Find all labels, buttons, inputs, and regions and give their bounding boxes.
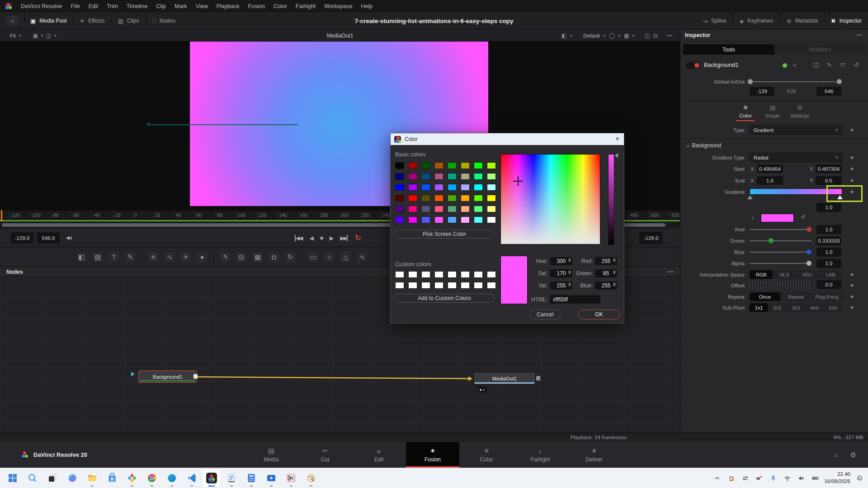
menu-item-edit[interactable]: Edit [89,3,99,9]
single-view-icon[interactable]: ◫ [645,33,650,39]
media-in-tool-icon[interactable]: ◘ [269,252,279,262]
fastnoise-tool-icon[interactable]: ▨ [93,252,103,262]
taskbar-edge-icon[interactable] [163,469,181,487]
playhead[interactable] [1,210,2,221]
hidden-icons-icon[interactable] [712,473,722,483]
pick-screen-color-button[interactable]: Pick Screen Color [394,230,495,239]
tray-mixer-icon[interactable] [740,473,750,483]
red-spinbox[interactable]: 255 [595,257,617,265]
background-section-header[interactable]: ∨Background [687,142,721,149]
custom-color-swatch[interactable] [487,271,496,278]
battery-icon[interactable] [810,473,820,483]
stop-button[interactable]: ■ [320,235,322,241]
expander-icon[interactable]: › [752,215,754,221]
spinner-arrows[interactable] [613,258,616,262]
inspector-options-menu[interactable]: ••• [856,33,863,38]
versions-icon[interactable]: ◫ [813,61,819,68]
keyframe-diamond-icon[interactable]: ◆ [850,166,854,171]
alpha-value-field[interactable]: 1.0 [816,259,841,268]
spinner-arrows[interactable] [613,270,616,274]
menu-item-fairlight[interactable]: Fairlight [296,3,316,9]
basic-color-swatch[interactable] [487,184,496,191]
basic-color-swatch[interactable] [408,195,417,202]
microphone-icon[interactable] [768,473,778,483]
basic-color-swatch[interactable] [487,216,496,223]
basic-color-swatch[interactable] [434,216,443,223]
basic-color-swatch[interactable] [421,173,430,180]
taskbar-file-explorer-icon[interactable] [83,469,101,487]
basic-color-swatch[interactable] [461,216,470,223]
red-slider-track[interactable] [750,229,811,230]
stop-position-field[interactable]: 1.0 [816,203,841,212]
mediaout1-input-port[interactable] [468,376,472,381]
basic-color-swatch[interactable] [421,162,430,169]
custom-color-swatch[interactable] [421,282,430,289]
interp-hls[interactable]: HLS [773,270,796,279]
tab-color[interactable]: Color [734,113,757,118]
eyedropper-icon[interactable]: ✎ [800,214,807,219]
basic-color-swatch[interactable] [395,184,404,191]
red-slider-knob[interactable] [807,227,811,232]
stop-color-swatch[interactable] [761,214,794,222]
keyframe-diamond-icon[interactable]: ◆ [850,305,854,310]
maxon-app-icon[interactable]: M [754,473,764,483]
nodes-options-menu[interactable]: ••• [667,269,674,274]
taskbar-task-view-icon[interactable] [43,469,61,487]
global-in-field[interactable]: -129 [750,87,774,96]
taskbar-chrome-icon[interactable] [143,469,161,487]
green-slider-knob[interactable] [769,238,774,243]
taskbar-start-icon[interactable] [4,469,22,487]
basic-color-swatch[interactable] [395,162,404,169]
basic-color-swatch[interactable] [474,184,483,191]
home-icon[interactable]: ⌂ [834,451,838,459]
spline-button[interactable]: ↝Spline [703,18,726,24]
ok-button[interactable]: OK [578,310,620,319]
taskbar-vscode-icon[interactable] [183,469,201,487]
menu-item-timeline[interactable]: Timeline [127,3,148,9]
media-pool-button[interactable]: ▣Media Pool [30,18,66,24]
current-time-field[interactable]: -129.0 [639,232,663,244]
play-button[interactable]: ▶ [330,235,333,241]
node-mediaout1[interactable]: MediaOut1 [473,372,536,385]
basic-color-swatch[interactable] [395,195,404,202]
keyframe-diamond-icon[interactable]: ◆ [850,155,854,160]
taskbar-search-icon[interactable] [24,469,42,487]
merge-tool-icon[interactable]: ↰ [220,252,230,262]
menu-item-davinci-resolve[interactable]: DaVinci Resolve [21,3,62,9]
basic-color-swatch[interactable] [395,206,404,212]
custom-color-swatch[interactable] [395,271,404,278]
dialog-title-bar[interactable]: Color × [391,133,624,145]
skip-end-button[interactable]: ▶▶ [340,235,347,241]
node-tile-color-icon[interactable] [783,63,787,68]
custom-color-swatch[interactable] [474,271,483,278]
red-value-field[interactable]: 1.0 [816,225,841,234]
basic-color-swatch[interactable] [434,184,443,191]
custom-color-swatch[interactable] [434,271,443,278]
tab-modifiers[interactable]: Modifiers [774,44,866,55]
basic-color-swatch[interactable] [421,184,430,191]
notification-bell-icon[interactable]: z [854,473,864,483]
basic-color-swatch[interactable] [461,195,470,202]
menu-item-workspace[interactable]: Workspace [324,3,352,9]
menu-item-playback[interactable]: Playback [217,3,240,9]
global-range-track[interactable] [750,81,839,82]
end-x-field[interactable]: 1.0 [757,176,783,185]
type-dropdown[interactable]: Gradient∨ [750,125,842,135]
page-tab-media[interactable]: ▤Media [245,442,298,468]
custom-color-swatch[interactable] [448,271,457,278]
basic-color-swatch[interactable] [461,162,470,169]
alpha-slider-track[interactable] [750,263,811,264]
custom-color-swatch[interactable] [461,282,470,289]
volume-icon[interactable] [796,473,806,483]
viewer-prefs-icon[interactable]: ◧ [561,33,566,39]
basic-color-swatch[interactable] [408,216,417,223]
lock-icon[interactable]: ⊓ [840,61,845,68]
global-out-field[interactable]: 546 [816,87,841,96]
pin-icon[interactable]: ✎ [827,61,832,68]
node-background1[interactable]: Background1 [138,371,197,383]
subpixel-5x5[interactable]: 5x5 [824,303,842,312]
nodes-button[interactable]: ∷Nodes [152,18,175,24]
global-range-knob-right[interactable] [837,79,842,84]
inspector-button[interactable]: ✖Inspector [831,18,862,24]
menu-item-color[interactable]: Color [274,3,287,9]
